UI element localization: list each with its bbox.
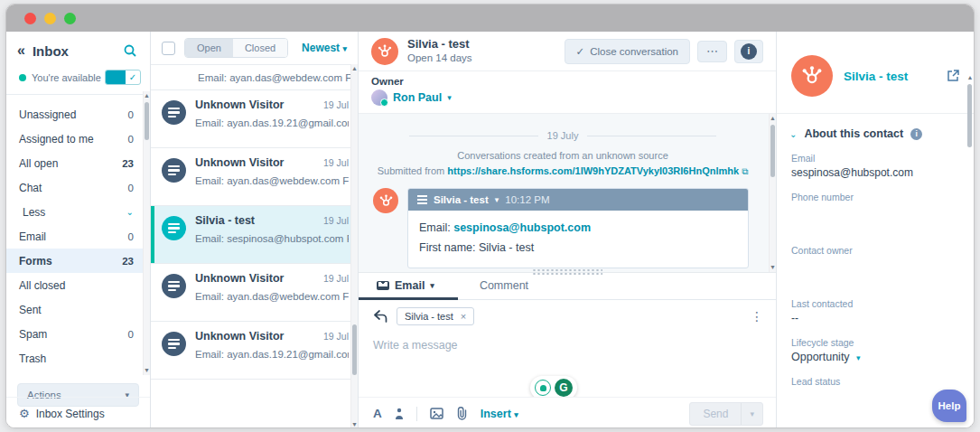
lifecycle-stage-dropdown[interactable]: Opportunity ▾	[791, 351, 959, 363]
sidebar-item-unassigned[interactable]: Unassigned0	[6, 102, 150, 127]
field-contact-owner: Contact owner	[791, 245, 959, 271]
filter-closed-button[interactable]: Closed	[233, 39, 287, 57]
sidebar-item-all-closed[interactable]: All closed	[6, 273, 150, 297]
window-zoom-button[interactable]	[64, 13, 76, 24]
caret-down-icon: ▾	[742, 409, 762, 418]
sidebar-scrollbar[interactable]: ▲ ▼	[143, 91, 150, 375]
caret-down-icon: ▾	[342, 44, 347, 53]
hubspot-sprocket-avatar	[373, 188, 398, 213]
submission-firstname-line: First name: Silvia - test	[419, 239, 737, 258]
open-contact-icon[interactable]	[947, 70, 959, 82]
availability-label: You're available	[32, 72, 105, 83]
message-editor[interactable]: Write a message G	[359, 329, 776, 387]
inbox-sidebar: « Inbox You're available ✓ Unassigned0	[6, 32, 151, 428]
recipient-chip[interactable]: Silvia - test ×	[397, 307, 474, 325]
filter-open-button[interactable]: Open	[185, 39, 233, 57]
sidebar-item-sent[interactable]: Sent	[6, 297, 150, 322]
app-window: « Inbox You're available ✓ Unassigned0	[5, 4, 975, 428]
sidebar-item-forms[interactable]: Forms23	[6, 249, 150, 273]
contact-name-link[interactable]: Silvia - test	[844, 70, 936, 83]
tab-email[interactable]: Email ▾	[373, 279, 438, 299]
field-phone-number: Phone number	[791, 192, 959, 218]
submitted-note: Submitted from https://share.hsforms.com…	[373, 165, 752, 177]
submission-email-line: Email: sespinosa@hubspot.com	[419, 219, 737, 239]
caret-down-icon: ▾	[856, 353, 861, 362]
sort-newest-dropdown[interactable]: Newest ▾	[302, 42, 347, 54]
chevron-down-icon: ⌄	[789, 129, 797, 139]
form-avatar-icon	[162, 216, 186, 240]
close-conversation-button[interactable]: ✓ Close conversation	[565, 39, 690, 64]
list-item-selected[interactable]: Silvia - test19 Jul Email: sespinosa@hub…	[151, 206, 358, 264]
help-button[interactable]: Help	[932, 390, 966, 422]
thread-title: Silvia - test	[407, 37, 472, 52]
owner-dropdown[interactable]: Ron Paul ▾	[371, 89, 763, 106]
collapse-sidebar-icon[interactable]: «	[17, 42, 25, 59]
list-item[interactable]: Unknown Visitor19 Jul Email: ayan.das.19…	[151, 90, 358, 148]
thread-status: Open 14 days	[407, 52, 472, 64]
form-avatar-icon	[162, 274, 186, 298]
list-item-partial[interactable]: Email: ayan.das@webdew.com Fir…	[151, 65, 358, 90]
contact-panel-scrollbar[interactable]: ▲	[966, 32, 974, 212]
external-link-icon: ⧉	[742, 166, 748, 176]
contact-email-link[interactable]: sespinosa@hubspot.com	[453, 221, 591, 234]
sidebar-item-all-open[interactable]: All open23	[6, 151, 150, 175]
info-button[interactable]: i	[734, 40, 763, 63]
window-close-button[interactable]	[24, 13, 36, 24]
sidebar-item-spam[interactable]: Spam0	[6, 322, 150, 346]
open-closed-filter: Open Closed	[184, 38, 288, 58]
search-icon[interactable]	[123, 43, 137, 58]
about-contact-header[interactable]: ⌄ About this contact i	[777, 114, 974, 149]
thread-scrollbar[interactable]: ▲ ▼	[769, 114, 776, 272]
form-avatar-icon	[162, 332, 186, 356]
sidebar-item-chat[interactable]: Chat0	[6, 175, 150, 200]
contact-panel: Silvia - test ⌄ About this contact i Ema…	[776, 32, 974, 428]
personalization-token-icon[interactable]	[395, 408, 404, 420]
info-icon[interactable]: i	[910, 128, 922, 140]
source-note: Conversations created from an unknown so…	[373, 150, 752, 161]
insert-dropdown[interactable]: Insert ▾	[481, 408, 518, 420]
form-icon	[417, 195, 427, 204]
text-format-button[interactable]: A	[373, 407, 382, 420]
sidebar-item-email[interactable]: Email0	[6, 224, 150, 249]
form-submission-header[interactable]: Silvia - test ▾ 10:12 PM	[408, 189, 748, 211]
inbox-settings-button[interactable]: ⚙ Inbox Settings	[6, 397, 150, 428]
email-icon	[377, 281, 389, 290]
sidebar-item-trash[interactable]: Trash	[6, 346, 150, 371]
caret-down-icon: ▾	[514, 410, 518, 419]
toggle-check-icon: ✓	[126, 70, 140, 84]
list-item[interactable]: Unknown Visitor19 Jul Email: ayan.das@we…	[151, 264, 358, 322]
tab-comment[interactable]: Comment	[476, 279, 532, 299]
sidebar-item-assigned-to-me[interactable]: Assigned to me0	[6, 127, 150, 151]
field-last-contacted: Last contacted --	[791, 298, 959, 324]
sidebar-item-less[interactable]: Less ⌄	[6, 200, 150, 224]
recipient-more-options-icon[interactable]: ⋮	[751, 309, 763, 324]
grammarly-icon: G	[555, 379, 573, 397]
conversation-list-scrollbar[interactable]: ▲ ▼	[350, 64, 358, 428]
select-all-checkbox[interactable]	[162, 42, 175, 55]
list-item[interactable]: Unknown Visitor19 Jul Email: ayan.das@we…	[151, 148, 358, 206]
form-avatar-icon	[162, 158, 186, 183]
thread-panel: Silvia - test Open 14 days ✓ Close conve…	[359, 32, 776, 428]
sidebar-nav: Unassigned0 Assigned to me0 All open23 C…	[6, 95, 150, 371]
attachment-icon[interactable]	[456, 407, 468, 420]
info-icon: i	[741, 43, 757, 60]
insert-image-icon[interactable]	[430, 408, 443, 419]
form-submission-card: Silvia - test ▾ 10:12 PM Email: sespinos…	[407, 188, 749, 268]
window-minimize-button[interactable]	[44, 13, 56, 24]
window-titlebar	[6, 5, 974, 32]
send-button[interactable]: Send ▾	[689, 402, 763, 426]
list-item[interactable]: Unknown Visitor19 Jul Email: ayan.das.19…	[151, 322, 358, 380]
form-avatar-icon	[162, 100, 186, 125]
hubspot-sprocket-avatar	[371, 38, 398, 65]
hsforms-link[interactable]: https://share.hsforms.com/1IW9hYDZATVyky…	[447, 165, 739, 176]
grammarly-tone-icon	[535, 380, 551, 396]
date-divider: 19 July	[409, 130, 716, 141]
composer-resize-handle[interactable]	[532, 268, 602, 276]
caret-down-icon: ▾	[447, 93, 452, 102]
more-options-button[interactable]: ⋯	[697, 41, 727, 62]
caret-down-icon: ▾	[430, 281, 434, 290]
remove-recipient-icon[interactable]: ×	[461, 311, 466, 322]
availability-toggle[interactable]: ✓	[105, 70, 141, 85]
field-email: Email sespinosa@hubspot.com	[791, 153, 959, 179]
field-lifecycle-stage: Lifecycle stage Opportunity ▾	[791, 337, 959, 363]
